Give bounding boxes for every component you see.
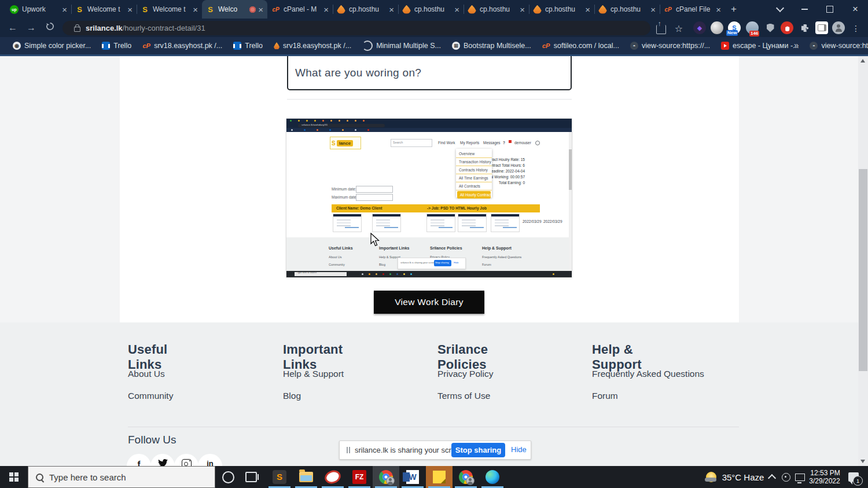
tab-welcome-2[interactable]: S Welcome t × xyxy=(137,0,202,19)
tab-cphost-4[interactable]: cp.hosthu × xyxy=(529,0,594,19)
footer-link-about-us[interactable]: About Us xyxy=(128,369,165,379)
work-description-input[interactable]: What are you woring on? xyxy=(287,56,572,90)
close-icon[interactable]: × xyxy=(520,5,525,14)
extension-shield-icon[interactable] xyxy=(764,21,777,34)
bookmark-item[interactable]: Trello xyxy=(233,42,263,50)
tab-search-button[interactable] xyxy=(768,0,792,19)
new-tab-button[interactable]: + xyxy=(728,3,740,15)
extension-sphere-icon[interactable] xyxy=(711,21,723,34)
scroll-down-arrow[interactable] xyxy=(860,460,865,463)
tab-cpanel-file[interactable]: cP cPanel File × xyxy=(660,0,725,19)
twitter-icon[interactable] xyxy=(150,454,175,466)
task-view-button[interactable] xyxy=(240,466,263,488)
taskbar-app-sticky-notes[interactable] xyxy=(426,466,453,488)
taskbar-app-filezilla[interactable]: FZ xyxy=(346,466,373,488)
close-icon[interactable]: × xyxy=(454,5,459,14)
extension-diamond-icon[interactable]: ◆ xyxy=(693,21,706,34)
close-icon[interactable]: × xyxy=(62,5,67,14)
weather-text[interactable]: 35°C Haze xyxy=(720,466,766,488)
close-icon[interactable]: × xyxy=(389,5,394,14)
tab-welcome-1[interactable]: S Welcome t × xyxy=(71,0,137,19)
bookmark-item[interactable]: ◓view-source:https://... xyxy=(810,42,868,50)
tray-cast-button[interactable] xyxy=(779,466,793,488)
start-button[interactable] xyxy=(0,466,28,488)
browser-menu-button[interactable]: ⋮ xyxy=(849,22,862,35)
scroll-up-arrow[interactable] xyxy=(860,59,865,63)
instagram-icon[interactable] xyxy=(174,454,198,466)
bookmark-item[interactable]: ⊞Bootstrap Multisele... xyxy=(452,42,531,50)
cortana-button[interactable] xyxy=(216,466,240,488)
taskbar-app-chrome-active[interactable] xyxy=(373,466,399,488)
address-bar[interactable]: srilance.lk /hourly-contract-detail/31 xyxy=(62,21,650,35)
tab-upwork[interactable]: up Upwork × xyxy=(6,0,71,19)
linkedin-icon[interactable]: in xyxy=(198,454,222,466)
tab-cphost-2[interactable]: cp.hosthu × xyxy=(398,0,464,19)
tray-expand-button[interactable] xyxy=(765,466,779,488)
tab-welcome-active[interactable]: S Welco × xyxy=(202,0,267,19)
footer-link-help-support[interactable]: Help & Support xyxy=(283,369,344,379)
taskbar-app-chrome-2[interactable] xyxy=(453,466,479,488)
view-work-diary-button[interactable]: View Work Diary xyxy=(374,291,484,314)
tab-cphost-1[interactable]: cp.hosthu × xyxy=(333,0,398,19)
taskbar-app-explorer[interactable] xyxy=(293,466,319,488)
bookmark-item[interactable]: cPsoftileo.com / local... xyxy=(542,42,619,50)
reload-button[interactable] xyxy=(43,21,57,35)
extension-cloud-icon[interactable]: 146 xyxy=(746,21,759,34)
close-icon[interactable]: × xyxy=(650,5,656,14)
restore-button[interactable] xyxy=(818,0,841,19)
footer-link-terms-of-use[interactable]: Terms of Use xyxy=(437,391,490,401)
bookmark-item[interactable]: srv18.easyhost.pk /... xyxy=(274,42,351,50)
taskbar-app-sublime[interactable]: S xyxy=(266,466,293,488)
back-button[interactable]: ← xyxy=(6,21,20,35)
stop-sharing-button[interactable]: Stop sharing xyxy=(451,443,505,457)
bookmark-item[interactable]: Minimal Multiple S... xyxy=(362,41,441,51)
footer-link-forum[interactable]: Forum xyxy=(592,391,618,401)
weather-icon[interactable] xyxy=(703,466,720,488)
taskbar-app-snipping[interactable] xyxy=(319,466,346,488)
hide-share-bar-button[interactable]: Hide xyxy=(511,445,527,454)
close-icon[interactable]: × xyxy=(585,5,590,14)
footer-link-community[interactable]: Community xyxy=(128,391,173,401)
window-close-button[interactable]: × xyxy=(844,0,867,19)
footer-link-faq[interactable]: Frequently Asked Questions xyxy=(592,369,704,379)
close-icon[interactable]: × xyxy=(193,5,198,14)
clock-date: 3/29/2022 xyxy=(809,477,840,485)
bookmark-label: srv18.easyhost.pk /... xyxy=(283,42,351,50)
bookmark-item[interactable]: Trello xyxy=(102,42,131,50)
extension-s-icon[interactable]: S New xyxy=(728,21,741,34)
follow-us-heading: Follow Us xyxy=(128,434,176,446)
close-icon[interactable]: × xyxy=(716,5,721,14)
bookmark-item[interactable]: ◉Simple color picker... xyxy=(13,42,91,50)
bookmark-item[interactable]: ◓view-source:https://... xyxy=(630,42,710,50)
extension-panel-icon[interactable] xyxy=(815,21,828,34)
close-icon[interactable]: × xyxy=(323,5,329,14)
extensions-menu-button[interactable] xyxy=(798,21,811,34)
close-icon[interactable]: × xyxy=(127,5,133,14)
scrollbar-thumb[interactable] xyxy=(859,169,867,371)
action-center-button[interactable]: 1 xyxy=(844,466,863,488)
taskbar-search-input[interactable]: Type here to search xyxy=(28,466,215,488)
taskbar-clock[interactable]: 12:53 PM 3/29/2022 xyxy=(807,466,843,488)
taskbar-app-word[interactable]: W xyxy=(399,466,426,488)
tab-cphost-5[interactable]: cp.hosthu × xyxy=(594,0,660,19)
page-scrollbar[interactable] xyxy=(858,56,868,466)
extension-adblock-icon[interactable] xyxy=(781,21,793,34)
bookmarks-overflow-button[interactable]: » xyxy=(794,40,799,50)
share-button[interactable] xyxy=(654,22,667,35)
profile-avatar[interactable] xyxy=(832,21,845,34)
footer-link-blog[interactable]: Blog xyxy=(283,391,301,401)
bookmark-star-button[interactable]: ☆ xyxy=(672,22,685,35)
bookmark-item[interactable]: escape - Цунами -... xyxy=(721,42,799,50)
taskbar-app-edge[interactable] xyxy=(479,466,506,488)
tray-network-button[interactable] xyxy=(793,466,807,488)
minimize-button[interactable] xyxy=(793,0,816,19)
close-icon[interactable]: × xyxy=(258,5,263,14)
tab-cpanel-m[interactable]: cP cPanel - M × xyxy=(267,0,333,19)
tab-cphost-3[interactable]: cp.hosthu × xyxy=(464,0,529,19)
bookmark-item[interactable]: cPsrv18.easyhost.pk /... xyxy=(142,42,222,50)
facebook-icon[interactable]: f xyxy=(127,454,151,466)
url-host: srilance.lk xyxy=(86,24,123,32)
work-diary-screenshot[interactable]: srilance.lk/workdiary/31 S lance Search … xyxy=(286,119,572,277)
footer-link-privacy-policy[interactable]: Privacy Policy xyxy=(437,369,493,379)
forward-button[interactable]: → xyxy=(24,21,38,35)
